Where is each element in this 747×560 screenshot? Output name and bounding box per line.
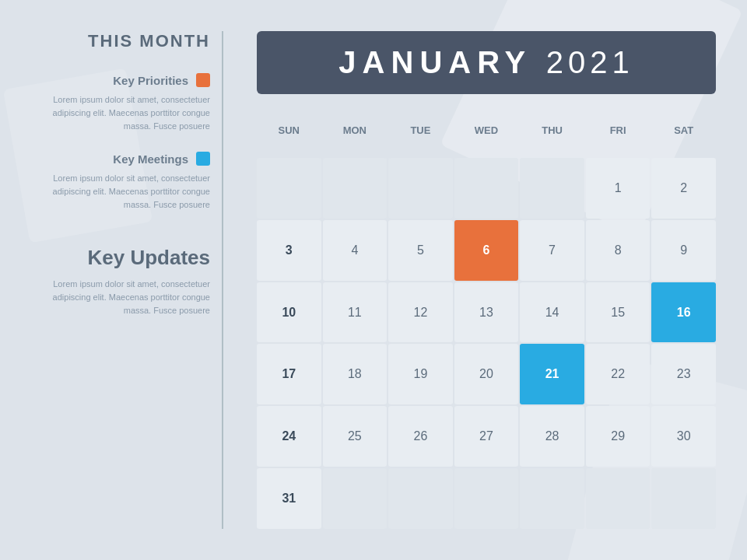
calendar-area: JANUARY 2021 SUN MON TUE WED THU FRI SAT [233, 31, 716, 529]
key-meetings-text: Lorem ipsum dolor sit amet, consectetuer… [47, 172, 210, 212]
key-updates-text: Lorem ipsum dolor sit amet, consectetuer… [47, 278, 210, 317]
cal-day-empty [586, 468, 651, 529]
cal-day-13: 13 [454, 282, 519, 343]
cal-day-empty [454, 158, 519, 219]
cal-day-31: 31 [257, 468, 321, 529]
key-priorities-badge [196, 73, 210, 87]
cal-day-17: 17 [257, 344, 321, 404]
cal-header-tue: TUE [388, 107, 453, 153]
cal-day-12: 12 [388, 282, 453, 343]
calendar-week-4: 17 18 19 20 21 22 23 [257, 344, 716, 404]
cal-day-25: 25 [323, 406, 388, 467]
cal-header-sat: SAT [651, 107, 716, 153]
calendar-grid: SUN MON TUE WED THU FRI SAT 1 2 3 [257, 107, 716, 529]
cal-day-22: 22 [586, 344, 651, 404]
cal-day-24: 24 [257, 406, 321, 467]
cal-day-empty [257, 158, 321, 219]
key-updates-section: Key Updates Lorem ipsum dolor sit amet, … [47, 230, 210, 317]
cal-day-empty [323, 468, 388, 529]
cal-day-4: 4 [323, 220, 388, 281]
cal-day-8: 8 [586, 220, 651, 281]
cal-day-9: 9 [651, 220, 716, 281]
calendar-week-6: 31 [257, 468, 716, 529]
key-priorities-text: Lorem ipsum dolor sit amet, consectetuer… [47, 93, 210, 133]
cal-day-empty [323, 158, 388, 219]
cal-day-20: 20 [454, 344, 519, 404]
cal-day-empty [454, 468, 519, 529]
calendar-month: JANUARY [338, 45, 531, 79]
cal-day-5: 5 [388, 220, 453, 281]
cal-day-23: 23 [651, 344, 716, 404]
calendar-week-1: 1 2 [257, 158, 716, 219]
cal-day-10: 10 [257, 282, 321, 343]
cal-header-fri: FRI [586, 107, 651, 153]
cal-day-27: 27 [454, 406, 519, 467]
cal-day-14: 14 [520, 282, 584, 343]
cal-day-15: 15 [586, 282, 651, 343]
vertical-divider [222, 31, 223, 529]
main-container: THIS MONTH Key Priorities Lorem ipsum do… [0, 0, 747, 560]
calendar-title: JANUARY 2021 [280, 45, 693, 80]
cal-day-16: 16 [651, 282, 716, 343]
calendar-year: 2021 [546, 45, 634, 79]
cal-day-empty [520, 158, 584, 219]
sidebar: THIS MONTH Key Priorities Lorem ipsum do… [47, 31, 233, 529]
cal-header-thu: THU [520, 107, 584, 153]
cal-header-wed: WED [454, 107, 519, 153]
cal-day-7: 7 [520, 220, 584, 281]
key-priorities-label-row: Key Priorities [47, 73, 210, 87]
calendar-week-3: 10 11 12 13 14 15 16 [257, 282, 716, 343]
key-priorities-label: Key Priorities [113, 74, 188, 87]
cal-header-sun: SUN [257, 107, 321, 153]
cal-day-empty [388, 468, 453, 529]
cal-header-mon: MON [323, 107, 388, 153]
cal-day-28: 28 [520, 406, 584, 467]
calendar-header: JANUARY 2021 [257, 31, 716, 94]
key-meetings-label: Key Meetings [113, 152, 188, 166]
cal-day-empty [651, 468, 716, 529]
cal-day-11: 11 [323, 282, 388, 343]
cal-day-21: 21 [520, 344, 584, 404]
cal-day-19: 19 [388, 344, 453, 404]
key-priorities-section: Key Priorities Lorem ipsum dolor sit ame… [47, 73, 210, 133]
calendar-week-5: 24 25 26 27 28 29 30 [257, 406, 716, 467]
cal-day-empty [388, 158, 453, 219]
cal-day-30: 30 [651, 406, 716, 467]
key-updates-title: Key Updates [47, 246, 210, 270]
cal-day-18: 18 [323, 344, 388, 404]
cal-day-6: 6 [454, 220, 519, 281]
cal-day-26: 26 [388, 406, 453, 467]
sidebar-title: THIS MONTH [47, 31, 210, 51]
cal-day-1: 1 [586, 158, 651, 219]
key-meetings-section: Key Meetings Lorem ipsum dolor sit amet,… [47, 152, 210, 212]
cal-day-empty [520, 468, 584, 529]
key-meetings-label-row: Key Meetings [47, 152, 210, 166]
cal-day-29: 29 [586, 406, 651, 467]
cal-day-2: 2 [651, 158, 716, 219]
calendar-week-2: 3 4 5 6 7 8 9 [257, 220, 716, 281]
cal-day-3: 3 [257, 220, 321, 281]
key-meetings-badge [196, 152, 210, 166]
calendar-header-row: SUN MON TUE WED THU FRI SAT [257, 107, 716, 153]
